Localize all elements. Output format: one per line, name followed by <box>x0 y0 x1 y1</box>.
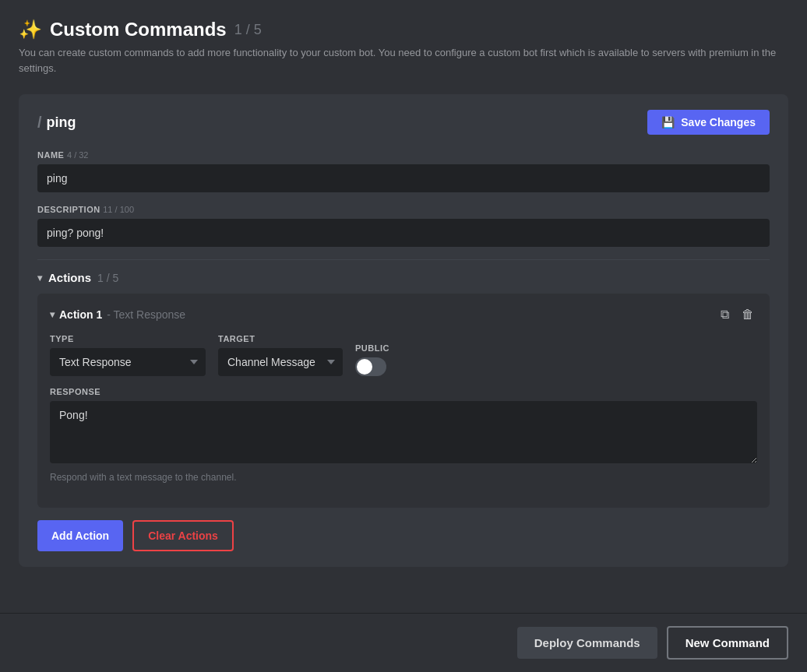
delete-action-button[interactable]: 🗑 <box>738 306 757 323</box>
action-name: Action 1 <box>59 308 102 321</box>
action-icons: ⧉ 🗑 <box>717 306 757 323</box>
bottom-bar: Deploy Commands New Command <box>0 613 807 672</box>
command-name-display: / ping <box>37 114 76 132</box>
save-changes-button[interactable]: 💾 Save Changes <box>647 110 770 135</box>
add-action-button[interactable]: Add Action <box>37 520 123 551</box>
actions-header[interactable]: ▾ Actions 1 / 5 <box>37 271 770 284</box>
action-fields-row: TYPE Text Response Add Role Remove Role … <box>50 334 757 376</box>
save-label: Save Changes <box>681 116 756 128</box>
description-label: DESCRIPTION 11 / 100 <box>37 205 770 214</box>
name-count: 4 / 32 <box>67 150 89 160</box>
actions-label: Actions <box>48 271 91 284</box>
action-card-1: ▾ Action 1 - Text Response ⧉ 🗑 TYPE Tex <box>37 294 770 508</box>
name-field-group: NAME 4 / 32 <box>37 150 770 192</box>
type-label: TYPE <box>50 334 206 343</box>
page-title: Custom Commands <box>50 19 227 40</box>
public-toggle[interactable] <box>355 357 386 376</box>
response-field-group: RESPONSE Pong! Respond with a text messa… <box>50 387 757 483</box>
command-card-header: / ping 💾 Save Changes <box>37 110 770 135</box>
command-name-text: ping <box>47 114 76 131</box>
response-hint: Respond with a text message to the chann… <box>50 472 757 483</box>
name-label: NAME 4 / 32 <box>37 150 770 160</box>
new-command-button[interactable]: New Command <box>667 626 788 660</box>
type-select[interactable]: Text Response Add Role Remove Role Ban K… <box>50 348 206 376</box>
action-chevron-icon: ▾ <box>50 309 55 320</box>
target-field-col: TARGET Channel Message DM Ephemeral <box>218 334 343 376</box>
command-card: / ping 💾 Save Changes NAME 4 / 32 DESCRI… <box>19 94 788 567</box>
action-subtitle: - Text Response <box>107 308 185 321</box>
actions-count: 1 / 5 <box>97 272 118 284</box>
description-input[interactable] <box>37 219 770 247</box>
page-count: 1 / 5 <box>234 22 262 38</box>
description-field-group: DESCRIPTION 11 / 100 <box>37 205 770 247</box>
duplicate-action-button[interactable]: ⧉ <box>717 306 732 323</box>
divider <box>37 259 770 260</box>
action-buttons-row: Add Action Clear Actions <box>37 520 770 551</box>
slash-symbol: / <box>37 114 42 132</box>
star-icon: ✨ <box>19 19 42 40</box>
save-icon: 💾 <box>661 116 675 128</box>
clear-actions-button[interactable]: Clear Actions <box>132 520 234 551</box>
public-field-col: PUBLIC <box>355 343 402 376</box>
target-select[interactable]: Channel Message DM Ephemeral <box>218 348 343 376</box>
action-title[interactable]: ▾ Action 1 - Text Response <box>50 308 185 321</box>
toggle-thumb <box>357 359 372 375</box>
response-label: RESPONSE <box>50 387 757 396</box>
deploy-commands-button[interactable]: Deploy Commands <box>517 627 657 659</box>
action-card-header: ▾ Action 1 - Text Response ⧉ 🗑 <box>50 306 757 323</box>
response-textarea[interactable]: Pong! <box>50 401 757 463</box>
name-input[interactable] <box>37 164 770 192</box>
public-label: PUBLIC <box>355 343 402 353</box>
description-count: 11 / 100 <box>103 205 134 214</box>
type-field-col: TYPE Text Response Add Role Remove Role … <box>50 334 206 376</box>
actions-chevron-icon: ▾ <box>37 273 42 283</box>
actions-section: ▾ Actions 1 / 5 ▾ Action 1 - Text Respon… <box>37 271 770 551</box>
target-label: TARGET <box>218 334 343 343</box>
page-description: You can create custom commands to add mo… <box>19 45 782 76</box>
